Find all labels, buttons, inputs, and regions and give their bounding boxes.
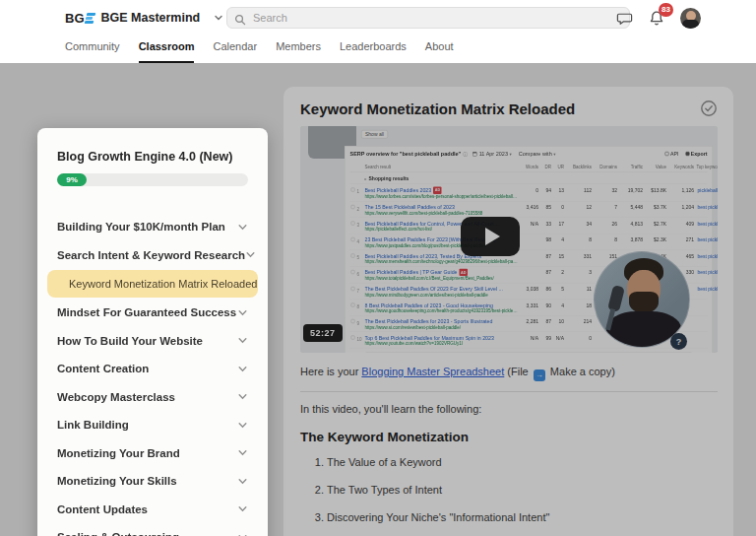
row-checkbox [351,205,355,209]
bge-logo: BG [65,11,94,26]
row-checkbox [351,303,355,307]
course-section-row[interactable]: How To Build Your Website [57,327,248,356]
community-name: BGE Mastermind [101,11,201,25]
learning-point: The Value of a Keyword [327,456,718,468]
spreadsheet-line: Here is your Blogging Master Spreadsheet… [300,366,718,381]
course-sidebar: Blog Growth Engine 4.0 (New) 9% Building… [37,128,268,536]
notification-badge: 83 [659,3,673,17]
row-checkbox [351,270,355,274]
lesson-title: Keyword Monetization Matrix Reloaded [300,100,575,117]
serp-result-row: 4 23 Best Pickleball Paddles For 2023 [W… [350,234,708,250]
chevron-down-icon [237,335,248,346]
learning-point: The Two Types of Intent [327,484,718,496]
learning-point: Discovering Your Niche's "Informational … [327,511,718,523]
nav-tab[interactable]: Calendar [213,40,257,63]
export-icon [685,152,689,156]
notifications-button[interactable]: 83 [649,10,664,27]
top-bar: BG BGE Mastermind 83 [0,0,756,35]
app-window: BG BGE Mastermind 83 [0,0,756,536]
lesson-card: Keyword Monetization Matrix Reloaded Sho… [284,87,733,536]
cropped-row-placeholder [365,353,693,354]
course-progress-bar: 9% [57,173,248,186]
learning-points-list: The Value of a Keyword The Two Types of … [300,456,718,536]
chevron-down-icon [245,249,256,260]
nav-tab[interactable]: Members [276,40,321,63]
chevron-down-icon [237,364,248,374]
check-circle-icon [700,100,718,117]
chevron-down-icon [237,420,248,431]
serp-date: 11 Apr 2023 ▾ [479,151,512,157]
main-nav: Community Classroom Calendar Members Lea… [0,35,756,63]
course-section-row[interactable]: Keyword Monetization Matrix Reloaded [47,270,258,298]
play-button[interactable] [461,217,520,256]
lesson-header: Keyword Monetization Matrix Reloaded [300,100,718,117]
microphone [607,285,625,312]
search-icon [234,12,246,30]
search-bar [226,7,630,29]
course-section-row[interactable]: Webcopy Masterclass [57,383,248,412]
row-checkbox [351,221,355,225]
serp-title: SERP overview for "best pickleball paddl… [350,151,462,157]
course-section-row[interactable]: Content Creation [57,355,248,383]
mark-complete-button[interactable] [700,100,718,117]
course-section-row[interactable]: Building Your $10K/month Plan [57,213,248,241]
progress-percent-badge: 9% [57,173,87,186]
course-section-row[interactable]: Search Intent & Keyword Research [57,241,248,270]
row-checkbox [351,287,355,291]
row-checkbox [351,237,355,241]
serp-result-row: 1 Best Pickleball Paddles 2023AD https:/… [350,184,708,201]
course-section-row[interactable]: Monetizing Your Skills [57,467,248,496]
chat-bubble-icon [616,10,633,27]
serp-column-headers: Search result Words DR UR Backlinks Doma… [350,163,708,173]
nav-tab[interactable]: Community [65,40,120,63]
ad-badge: AD [459,269,467,277]
export-button: Export [685,151,707,157]
arrow-right-icon: → [534,369,545,381]
logo-text: BG [65,11,85,26]
chevron-down-icon [237,222,248,233]
serp-result-row: 2 The 15 Best Pickleball Paddles of 2023… [350,201,708,218]
row-checkbox [351,188,355,192]
serp-result-row: 3 Best Pickleball Paddles for Control, P… [350,218,708,234]
topbar-actions: 83 [616,0,701,35]
course-sections: Building Your $10K/month Plan Search Int… [57,213,248,536]
user-avatar[interactable] [680,8,701,29]
section-heading: The Keyword Monetization [300,430,718,444]
show-all-chip: Show all [361,130,388,139]
search-input[interactable] [226,7,630,29]
presenter-beard [629,292,659,313]
nav-tab[interactable]: Classroom [139,40,195,63]
content-area: Keyword Monetization Matrix Reloaded Sho… [0,63,756,536]
help-widget-button: ? [670,333,687,350]
row-checkbox [351,336,355,340]
messages-button[interactable] [616,10,633,27]
serp-compare: Compare with ▾ [519,151,556,157]
course-section-row[interactable]: Link Building [57,411,248,439]
serp-group-row: ▸Shopping results [350,172,708,184]
video-duration: 52:27 [303,324,343,342]
course-section-row[interactable]: Mindset For Guaranteed Success [57,299,248,327]
row-checkbox [351,253,355,257]
nav-tab[interactable]: About [425,40,454,63]
divider [300,391,718,392]
intro-line: In this video, you'll learn the followin… [300,403,718,415]
serp-actions: API Export [664,151,707,157]
chevron-down-icon [214,13,223,23]
course-title: Blog Growth Engine 4.0 (New) [57,150,248,164]
serp-header: SERP overview for "best pickleball paddl… [350,151,708,158]
info-icon: ⓘ [463,151,468,158]
logo-bars-icon [84,13,95,24]
video-player[interactable]: Show all SERP overview for "best pickleb… [300,126,718,353]
row-checkbox [351,319,355,323]
chevron-down-icon [237,503,248,514]
api-icon [664,152,668,156]
chevron-down-icon [237,307,248,318]
calendar-icon [472,152,477,157]
spreadsheet-link[interactable]: Blogging Master Spreadsheet [361,366,504,377]
nav-tab[interactable]: Leaderboards [340,40,407,63]
ad-badge: AD [433,186,441,194]
course-section-row[interactable]: Content Updates [57,496,248,524]
course-section-row[interactable]: Monetizing Your Brand [57,439,248,468]
community-switcher[interactable]: BG BGE Mastermind [65,11,223,26]
course-section-row[interactable]: Scaling & Outsourcing [57,523,248,536]
